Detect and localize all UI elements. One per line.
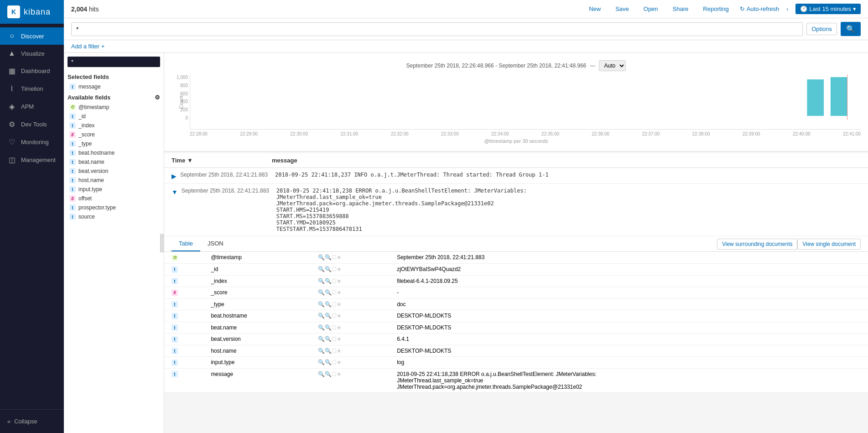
field-beat-version[interactable]: t beat.version (68, 167, 160, 176)
save-button[interactable]: Save (612, 4, 633, 14)
logo[interactable]: K kibana (0, 0, 64, 24)
timelion-icon: ⌇ (7, 84, 16, 93)
results-area: Time ▼ message ▶ September 25th 2018, 22… (164, 153, 868, 393)
sidebar-item-monitoring[interactable]: ♡ Monitoring (0, 133, 64, 151)
devtools-icon: ⚙ (7, 120, 16, 129)
chevron-left-icon[interactable]: ‹ (786, 6, 788, 12)
field-name-cell: beat.name (203, 322, 311, 334)
field-prospector-type[interactable]: t prospector.type (68, 203, 160, 212)
field-beat-hostname[interactable]: t beat.hostname (68, 148, 160, 157)
results-header: Time ▼ message (164, 153, 868, 168)
dashboard-icon: ▦ (7, 67, 16, 75)
field-name: beat.hostname (78, 150, 114, 156)
index-pattern-tag[interactable]: * (68, 57, 160, 67)
field-name: @timestamp (78, 104, 109, 110)
sidebar-item-dashboard[interactable]: ▦ Dashboard (0, 62, 64, 80)
field-icons-cell: 🔍🔍☐★ (311, 264, 390, 276)
type-badge-t: t (69, 168, 76, 174)
field-timestamp[interactable]: ⏱ @timestamp (68, 103, 160, 112)
sidebar-item-devtools[interactable]: ⚙ Dev Tools (0, 115, 64, 133)
search-button[interactable]: 🔍 (841, 22, 861, 36)
field-value-cell: filebeat-6.4.1-2018.09.25 (390, 275, 868, 287)
discover-icon: ○ (7, 32, 16, 40)
panel-collapse-button[interactable]: ‹ (160, 234, 164, 252)
time-label: Last 15 minutes (809, 5, 851, 12)
field-type[interactable]: t _type (68, 139, 160, 148)
reporting-button[interactable]: Reporting (699, 4, 732, 14)
expand-row-type: t _type 🔍🔍☐★ doc (164, 298, 868, 310)
sidebar-item-management[interactable]: ◫ Management (0, 151, 64, 169)
field-score[interactable]: # _score (68, 130, 160, 139)
field-icons-cell: 🔍🔍☐★ (311, 310, 390, 322)
field-offset[interactable]: # offset (68, 194, 160, 203)
field-name-cell: _score (203, 287, 311, 299)
field-icons-cell: 🔍🔍☐★ (311, 368, 390, 392)
field-value-cell: September 25th 2018, 22:41:21.883 (390, 252, 868, 264)
field-name: input.type (78, 186, 102, 193)
field-beat-name[interactable]: t beat.name (68, 157, 160, 167)
expand-tabs-bar: Table JSON View surrounding documents Vi… (164, 236, 868, 252)
field-name-cell: _id (203, 264, 311, 276)
view-surrounding-docs-button[interactable]: View surrounding documents (717, 239, 798, 250)
field-source[interactable]: t source (68, 212, 160, 221)
field-name: _id (78, 113, 86, 120)
left-panel-inner: * Selected fields t message Available fi… (64, 53, 164, 225)
topbar: 2,004 hits New Save Open Share Reporting… (64, 0, 868, 18)
field-input-type[interactable]: t input.type (68, 185, 160, 194)
autorefresh-button[interactable]: ↻ Auto-refresh (740, 5, 780, 12)
selected-fields-list: t message (68, 82, 160, 91)
result-row-main: ▼ September 25th 2018, 22:41:21.883 2018… (164, 184, 868, 236)
table-row: ▶ September 25th 2018, 22:41:21.883 2018… (164, 168, 868, 184)
type-badge-t: t (69, 214, 76, 220)
field-name: source (78, 214, 95, 220)
hash-badge: # (69, 195, 76, 202)
available-fields-list: ⏱ @timestamp t _id t _index # _score (68, 103, 160, 221)
type-badge-t: t (69, 159, 76, 165)
sidebar-item-discover[interactable]: ○ Discover (0, 27, 64, 45)
sidebar-item-apm[interactable]: ◈ APM (0, 98, 64, 115)
sidebar-nav: ○ Discover ▲ Visualize ▦ Dashboard ⌇ Tim… (0, 24, 64, 409)
share-button[interactable]: Share (669, 4, 692, 14)
tab-json[interactable]: JSON (200, 236, 231, 251)
chart-interval-select[interactable]: Auto (599, 60, 626, 71)
new-button[interactable]: New (585, 4, 604, 14)
autorefresh-label: Auto-refresh (747, 5, 780, 12)
collapse-button[interactable]: « Collapse (7, 414, 57, 428)
type-badge-t: t (69, 186, 76, 193)
open-button[interactable]: Open (640, 4, 662, 14)
expand-row-id: t _id 🔍🔍☐★ zjOtEWYBaISwP4Quazd2 (164, 264, 868, 276)
field-icons-cell: 🔍🔍☐★ (311, 252, 390, 264)
tab-table[interactable]: Table (172, 236, 200, 251)
view-single-doc-button[interactable]: View single document (797, 239, 861, 250)
collapse-row-button[interactable]: ▼ (172, 188, 178, 196)
add-filter-button[interactable]: Add a filter + (71, 43, 104, 50)
field-host-name[interactable]: t host.name (68, 176, 160, 185)
field-value-cell: zjOtEWYBaISwP4Quazd2 (390, 264, 868, 276)
time-picker[interactable]: 🕐 Last 15 minutes ▾ (795, 4, 861, 14)
field-index[interactable]: t _index (68, 121, 160, 130)
expand-row-button[interactable]: ▶ (172, 172, 177, 180)
field-name-cell: _index (203, 275, 311, 287)
sidebar-item-visualize[interactable]: ▲ Visualize (0, 45, 64, 62)
field-name: offset (78, 195, 92, 202)
field-name: _score (78, 131, 95, 138)
filter-add-icon[interactable]: 🔍 (318, 254, 325, 261)
apm-icon: ◈ (7, 102, 16, 111)
search-input[interactable] (71, 22, 803, 36)
gear-icon[interactable]: ⚙ (155, 94, 160, 101)
filter-remove-icon[interactable]: 🔍 (325, 254, 332, 261)
sidebar-item-label: Visualize (21, 50, 45, 57)
star-icon[interactable]: ★ (337, 254, 342, 261)
hash-badge: # (69, 131, 76, 138)
sidebar-item-timelion[interactable]: ⌇ Timelion (0, 80, 64, 98)
options-button[interactable]: Options (806, 23, 837, 35)
selected-field-message[interactable]: t message (68, 82, 160, 91)
toggle-column-icon[interactable]: ☐ (332, 254, 337, 261)
refresh-icon: ↻ (740, 5, 745, 12)
field-name: prospector.type (78, 204, 116, 211)
field-id[interactable]: t _id (68, 112, 160, 121)
collapse-icon: « (7, 418, 10, 425)
field-value-cell: log (390, 357, 868, 369)
time-column-header[interactable]: Time ▼ (172, 157, 272, 164)
field-name: message (78, 83, 101, 90)
